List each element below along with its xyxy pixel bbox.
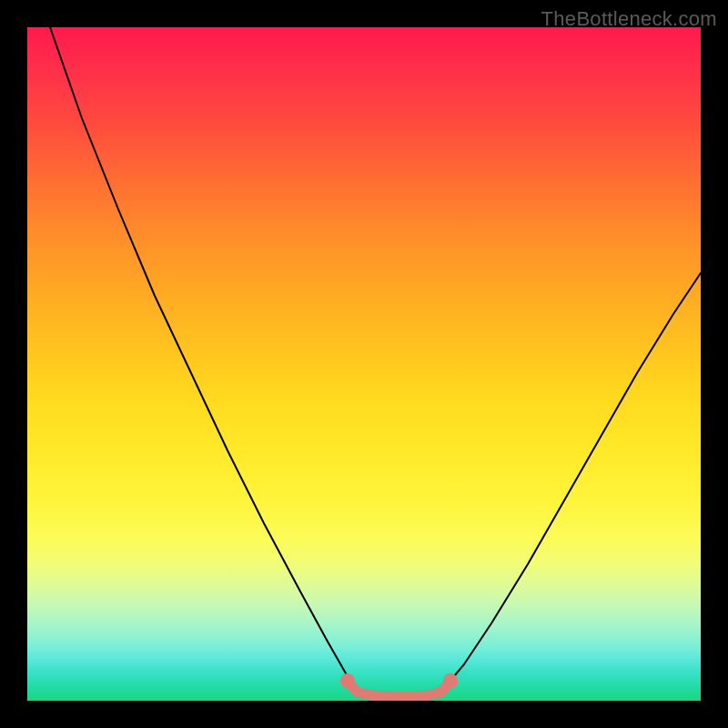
valley-endpoint: [443, 673, 458, 688]
watermark-text: TheBottleneck.com: [541, 7, 717, 31]
curve-layer: [27, 27, 701, 701]
plot-area: [27, 27, 701, 701]
valley-highlight: [348, 681, 450, 696]
valley-endpoint: [340, 673, 355, 688]
bottleneck-curve: [50, 27, 701, 696]
chart-frame: TheBottleneck.com: [0, 0, 728, 728]
